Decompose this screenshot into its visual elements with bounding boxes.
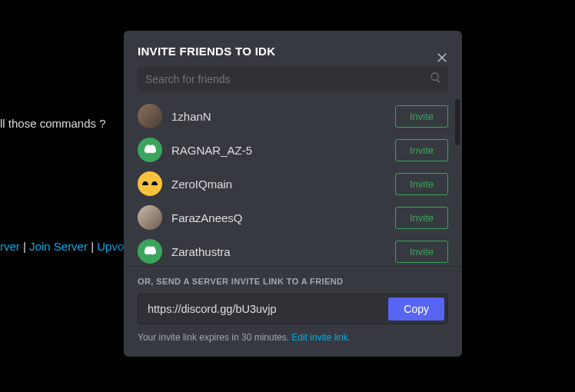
friend-name: Zarathustra: [171, 245, 395, 258]
bg-server-link[interactable]: rver: [0, 240, 20, 253]
invite-modal: INVITE FRIENDS TO IDK 1zhanN Invite RAGN…: [124, 31, 462, 357]
bg-join-link[interactable]: Join Server: [29, 240, 88, 253]
scrollbar[interactable]: [455, 99, 460, 265]
invite-link-row: Copy: [138, 294, 448, 324]
friend-row[interactable]: RAGNAR_AZ-5 Invite: [124, 133, 462, 167]
discord-icon: [142, 244, 158, 259]
search-icon: [430, 71, 442, 87]
scrollbar-thumb[interactable]: [455, 99, 460, 145]
invite-link-input[interactable]: [138, 294, 385, 324]
discord-icon: [142, 142, 158, 158]
friend-name: ZeroIQmain: [171, 178, 395, 191]
edit-invite-link[interactable]: Edit invite link.: [291, 332, 351, 343]
separator: |: [23, 240, 29, 253]
invite-button[interactable]: Invite: [395, 241, 448, 263]
eyes-icon: [138, 171, 162, 196]
invite-button[interactable]: Invite: [395, 173, 448, 195]
background-links: rver | Join Server | Upvote: [0, 240, 134, 253]
copy-button[interactable]: Copy: [388, 297, 444, 321]
invite-button[interactable]: Invite: [395, 207, 448, 229]
invite-button[interactable]: Invite: [395, 139, 448, 161]
avatar: [138, 239, 162, 264]
invite-button[interactable]: Invite: [395, 105, 448, 128]
footer-note: Your invite link expires in 30 minutes. …: [124, 324, 462, 357]
search-wrap: [138, 67, 448, 91]
avatar: [138, 205, 162, 230]
friend-name: FarazAneesQ: [171, 211, 395, 224]
search-input[interactable]: [138, 67, 448, 91]
divider-label: OR, SEND A SERVER INVITE LINK TO A FRIEN…: [124, 265, 462, 294]
close-icon: [435, 50, 449, 64]
background-message: ll those commands ?: [0, 117, 106, 130]
friend-row[interactable]: FarazAneesQ Invite: [124, 201, 462, 234]
friend-row[interactable]: ZeroIQmain Invite: [124, 167, 462, 201]
avatar: [138, 104, 162, 128]
avatar: [138, 138, 162, 162]
friends-list: 1zhanN Invite RAGNAR_AZ-5 Invite ZeroIQm…: [124, 99, 462, 265]
friend-row[interactable]: 1zhanN Invite: [124, 99, 462, 133]
modal-title: INVITE FRIENDS TO IDK: [138, 45, 448, 58]
modal-header: INVITE FRIENDS TO IDK: [124, 31, 462, 67]
friend-name: 1zhanN: [171, 110, 395, 123]
friend-name: RAGNAR_AZ-5: [171, 144, 395, 157]
avatar: [138, 171, 162, 196]
close-button[interactable]: [433, 48, 451, 66]
separator: |: [91, 240, 97, 253]
expire-text: Your invite link expires in 30 minutes.: [138, 332, 291, 343]
friend-row[interactable]: Zarathustra Invite: [124, 234, 462, 265]
